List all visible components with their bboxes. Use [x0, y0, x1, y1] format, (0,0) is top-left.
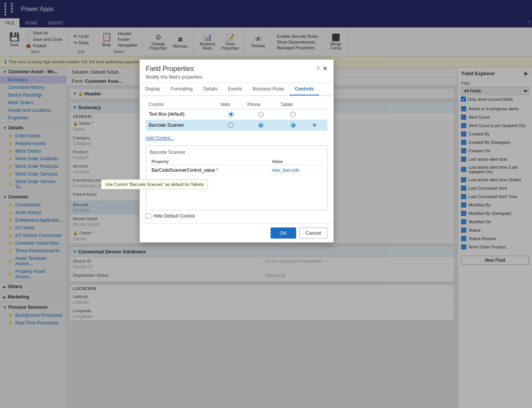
barcode-props-table: Property Value BarCodeScannerControl_val… [150, 158, 323, 176]
table-row-textbox: Text Box (default) [146, 109, 327, 120]
barcode-prop-row: BarCodeScannerControl_value * new_barcod… [150, 165, 323, 175]
barcode-action: ✕ [309, 119, 327, 131]
controls-table: Control Web Phone Tablet Text Box (defau… [146, 100, 327, 131]
tab-controls[interactable]: Controls [290, 83, 319, 95]
barcode-name: Barcode Scanner [146, 119, 218, 131]
modal-tabs: Display Formatting Details Events Busine… [140, 83, 334, 96]
barcode-tablet-radio[interactable] [290, 123, 296, 128]
control-header: Control [146, 100, 218, 109]
tab-details[interactable]: Details [198, 83, 223, 95]
textbox-tablet [277, 109, 309, 120]
textbox-phone [244, 109, 277, 120]
modal-overlay: Field Properties Modify this field's pro… [0, 0, 532, 408]
barcode-phone [244, 119, 277, 131]
cancel-button[interactable]: Cancel [299, 227, 327, 239]
barcode-web-radio[interactable] [228, 123, 234, 128]
hide-default-row: Hide Default Control [146, 213, 327, 219]
tab-formatting[interactable]: Formatting [165, 83, 198, 95]
modal-footer: OK Cancel [140, 223, 334, 242]
tooltip: Use Control "Barcode Scanner" as default… [101, 179, 208, 189]
ok-button[interactable]: OK [271, 227, 296, 239]
tab-events[interactable]: Events [222, 83, 247, 95]
barcode-section-title: Barcode Scanner [150, 150, 323, 155]
prop-required-star: * [216, 168, 218, 173]
prop-header: Property [150, 158, 270, 165]
web-header: Web [218, 100, 244, 109]
textbox-tablet-radio[interactable] [290, 112, 296, 117]
val-header: Value [270, 158, 323, 165]
barcode-phone-radio[interactable] [258, 123, 264, 128]
prop-name: BarCodeScannerControl_value * [150, 165, 270, 175]
phone-header: Phone [244, 100, 277, 109]
hide-default-checkbox[interactable] [146, 213, 151, 219]
field-properties-modal: Field Properties Modify this field's pro… [139, 59, 334, 243]
textbox-web-radio[interactable] [228, 112, 234, 117]
modal-close-button[interactable]: ✕ [322, 65, 327, 72]
modal-header: Field Properties Modify this field's pro… [140, 60, 334, 83]
modal-title: Field Properties [146, 65, 203, 73]
prop-value: new_barcode [270, 165, 323, 175]
textbox-phone-radio[interactable] [258, 112, 264, 117]
barcode-tablet [277, 119, 309, 131]
modal-subtitle: Modify this field's properties. [146, 74, 203, 80]
textbox-name: Text Box (default) [146, 109, 218, 120]
modal-help-button[interactable]: ? [316, 66, 319, 72]
modal-body: Control Web Phone Tablet Text Box (defau… [140, 96, 334, 223]
tooltip-text: Use Control "Barcode Scanner" as default… [105, 182, 204, 187]
prop-name-text: BarCodeScannerControl_value [152, 168, 215, 173]
hide-default-label: Hide Default Control [153, 213, 195, 219]
textbox-action [309, 109, 327, 120]
tab-display[interactable]: Display [140, 83, 165, 95]
add-control-link[interactable]: Add Control... [146, 135, 174, 141]
textbox-web [218, 109, 244, 120]
prop-value-text: new_barcode [272, 168, 299, 173]
barcode-scanner-section: Barcode Scanner Property Value BarCodeSc… [146, 145, 327, 210]
tab-business-rules[interactable]: Business Rules [247, 83, 290, 95]
action-header [309, 100, 327, 109]
modal-header-text: Field Properties Modify this field's pro… [146, 65, 203, 80]
table-row-barcode: Barcode Scanner ✕ [146, 119, 327, 131]
barcode-web [218, 119, 244, 131]
barcode-delete-icon[interactable]: ✕ [312, 122, 317, 128]
tablet-header: Tablet [277, 100, 309, 109]
modal-header-btns: ? ✕ [316, 65, 327, 72]
